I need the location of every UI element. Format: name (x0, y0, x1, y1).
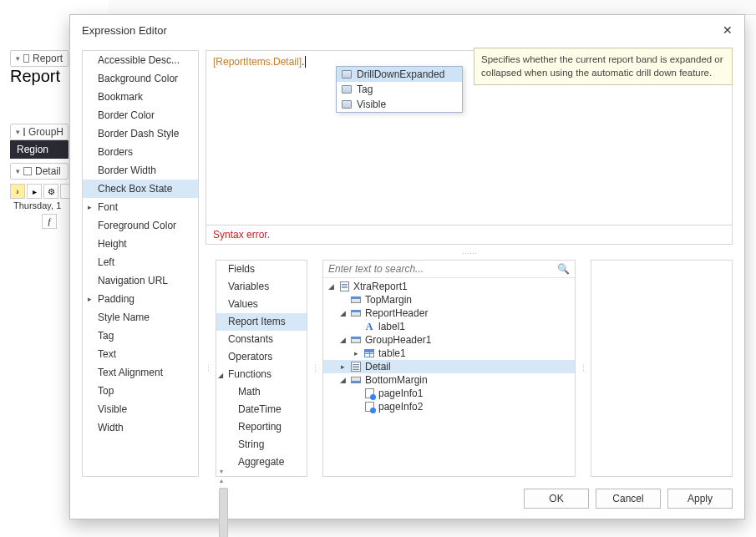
bg-detail-band-label: Detail (35, 165, 61, 177)
property-item[interactable]: Border Color (83, 106, 198, 124)
category-item[interactable]: DateTime (216, 401, 307, 418)
property-item[interactable]: Style Name (83, 308, 198, 327)
report-items-tree-panel: 🔍 ◢XtraReport1TopMargin◢ReportHeaderAlab… (322, 260, 576, 477)
property-item[interactable]: Background Color (83, 69, 198, 88)
tooltip: Specifies whether the current report ban… (474, 48, 733, 85)
bg-detail-band: ▾ Detail (10, 163, 68, 180)
category-panel[interactable]: FieldsVariablesValuesReport ItemsConstan… (216, 260, 307, 477)
property-item[interactable]: Bookmark (83, 88, 198, 106)
expression-editor-dialog: Expression Editor ✕ Accessible Desc...Ba… (69, 14, 745, 519)
tree-node[interactable]: pageInfo1 (323, 387, 575, 400)
category-item[interactable]: Operators (216, 348, 307, 366)
description-panel (591, 260, 733, 477)
category-item[interactable]: Values (216, 296, 307, 313)
property-item[interactable]: Border Width (83, 161, 198, 180)
category-item[interactable]: Report Items (216, 313, 307, 331)
property-item[interactable]: Check Box State (83, 180, 198, 198)
category-item[interactable]: Fields (216, 261, 307, 278)
property-item[interactable]: Text Alignment (83, 363, 198, 382)
search-icon[interactable]: 🔍 (557, 263, 570, 275)
tree-node[interactable]: ◢ReportHeader (323, 306, 575, 320)
bg-f-cell: f (42, 214, 57, 229)
autocomplete-popup[interactable]: DrillDownExpandedTagVisible (336, 66, 463, 113)
property-item[interactable]: Height (83, 235, 198, 253)
category-item[interactable]: Reporting (216, 418, 307, 436)
category-item[interactable]: Aggregate (216, 453, 307, 471)
property-item[interactable]: Top (83, 382, 198, 400)
category-item[interactable]: Math (216, 383, 307, 401)
property-icon (342, 70, 352, 79)
property-item[interactable]: Left (83, 253, 198, 271)
horizontal-splitter[interactable]: ⋯⋯ (205, 250, 733, 255)
bg-report-band-label: Report (33, 53, 63, 64)
property-item[interactable]: Padding (83, 290, 198, 308)
search-input[interactable] (328, 263, 552, 275)
vertical-splitter[interactable]: ⋮ (312, 260, 317, 477)
property-item[interactable]: Border Dash Style (83, 124, 198, 143)
property-item[interactable]: Font (83, 198, 198, 216)
tree-node[interactable]: pageInfo2 (323, 400, 575, 413)
bg-gear-cell: ⚙ (43, 184, 58, 199)
category-item[interactable]: Constants (216, 331, 307, 348)
tree-node[interactable]: Alabel1 (323, 320, 575, 333)
bg-group-band-label: GroupH (28, 126, 63, 138)
report-tree[interactable]: ◢XtraReport1TopMargin◢ReportHeaderAlabel… (323, 278, 575, 476)
bg-arrow-cell: › (10, 184, 25, 199)
bg-report-band: ▾ Report (10, 50, 68, 67)
property-item[interactable]: Width (83, 418, 198, 437)
close-icon[interactable]: ✕ (719, 22, 736, 38)
expression-token: [ReportItems.Detail] (213, 56, 302, 68)
property-list[interactable]: Accessible Desc...Background ColorBookma… (82, 50, 199, 477)
tree-node[interactable]: ◢GroupHeader1 (323, 333, 575, 347)
tree-node[interactable]: TopMargin (323, 293, 575, 306)
ok-button[interactable]: OK (524, 489, 589, 509)
ruler (109, 0, 756, 15)
bg-thursday: Thursday, 1 (10, 199, 64, 212)
tree-node-root[interactable]: ◢XtraReport1 (323, 280, 575, 293)
apply-button[interactable]: Apply (667, 489, 733, 509)
bg-report-title: Report (10, 67, 60, 86)
property-item[interactable]: Borders (83, 143, 198, 161)
vertical-splitter[interactable]: ⋮ (581, 260, 586, 477)
property-item[interactable]: Tag (83, 327, 198, 345)
autocomplete-item[interactable]: DrillDownExpanded (337, 67, 462, 82)
property-item[interactable]: Navigation URL (83, 271, 198, 290)
property-item[interactable]: Text (83, 345, 198, 363)
bg-cell: ▸ (27, 184, 42, 199)
property-icon (342, 85, 352, 94)
property-item[interactable]: Visible (83, 400, 198, 418)
category-item[interactable]: Variables (216, 278, 307, 296)
category-item[interactable]: Functions (216, 366, 307, 383)
category-item[interactable]: String (216, 436, 307, 453)
dialog-titlebar[interactable]: Expression Editor ✕ (70, 15, 744, 43)
tree-node[interactable]: ▸Detail (323, 360, 575, 373)
error-message: Syntax error. (205, 225, 733, 245)
property-item[interactable]: Accessible Desc... (83, 51, 198, 69)
property-item[interactable]: Foreground Color (83, 216, 198, 235)
autocomplete-item[interactable]: Tag (337, 82, 462, 97)
bg-region-cell: Region (10, 140, 68, 159)
tree-node[interactable]: ▸table1 (323, 347, 575, 360)
vertical-splitter[interactable]: ⋮ (205, 260, 211, 477)
cancel-button[interactable]: Cancel (596, 489, 661, 509)
property-icon (342, 100, 352, 109)
dialog-title: Expression Editor (82, 24, 167, 37)
bg-group-band: ▾ GroupH (10, 124, 68, 140)
tree-node[interactable]: ◢BottomMargin (323, 373, 575, 387)
autocomplete-item[interactable]: Visible (337, 97, 462, 112)
